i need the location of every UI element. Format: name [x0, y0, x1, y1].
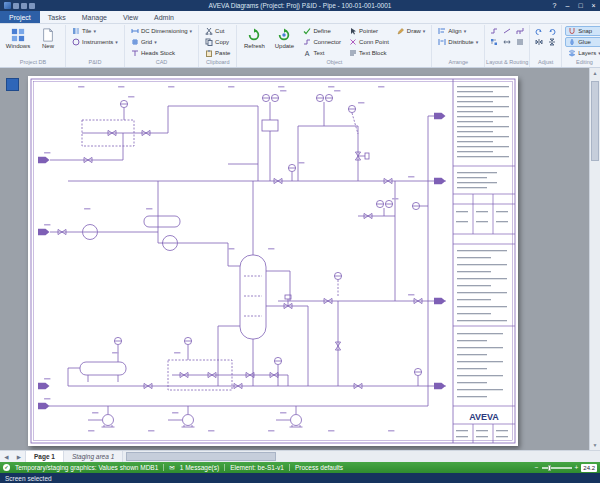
glue-drop-icon — [568, 38, 576, 46]
refresh-icon — [247, 28, 261, 42]
distribute-button[interactable]: Distribute ▾ — [435, 37, 481, 47]
zoom-slider[interactable] — [542, 467, 572, 469]
layers-button[interactable]: Layers ▾ — [565, 48, 600, 58]
app-icon[interactable] — [4, 2, 11, 9]
text-button[interactable]: A Text — [300, 48, 344, 58]
conn-point-icon — [349, 38, 357, 46]
pointer-label: Pointer — [359, 28, 378, 34]
page-tab-bar: ◀ ▶ Page 1 Staging area 1 — [0, 450, 600, 462]
refresh-button[interactable]: Refresh — [240, 26, 268, 49]
scroll-down-icon[interactable]: ▼ — [590, 440, 600, 450]
horizontal-scroll-thumb[interactable] — [126, 452, 276, 461]
minimize-button[interactable]: – — [561, 0, 574, 11]
next-page-icon[interactable]: ▶ — [17, 454, 21, 460]
text-block-icon — [349, 49, 357, 57]
group-label-cad: CAD — [125, 58, 198, 67]
drawing-sheet[interactable]: AVEVA — [28, 76, 518, 446]
new-page-icon — [41, 28, 55, 42]
new-button[interactable]: New — [34, 26, 62, 49]
redo-icon[interactable] — [29, 3, 35, 9]
rotate-left-button[interactable] — [533, 26, 545, 36]
align-label: Align — [448, 28, 461, 34]
tab-view[interactable]: View — [115, 11, 146, 23]
cut-button[interactable]: Cut — [202, 26, 233, 36]
heads-stock-button[interactable]: Heads Stock — [128, 48, 195, 58]
pencil-icon — [397, 27, 405, 35]
shapes-window-toggle[interactable] — [6, 78, 19, 91]
snap-toggle[interactable]: Snap — [565, 26, 600, 36]
copy-icon — [205, 38, 213, 46]
instruments-button[interactable]: Instruments ▾ — [69, 37, 121, 47]
zoom-slider-thumb[interactable] — [548, 465, 551, 471]
conn-point-button[interactable]: Conn Point — [346, 37, 392, 47]
dc-dimensioning-button[interactable]: DC Dimensioning ▾ — [128, 26, 195, 36]
ribbon-group-adjust: Adjust — [530, 25, 562, 67]
route-options-button[interactable] — [514, 37, 526, 47]
route-relayout-button[interactable] — [488, 37, 500, 47]
define-label: Define — [313, 28, 330, 34]
route-spacing-button[interactable] — [501, 37, 513, 47]
page-tab-staging[interactable]: Staging area 1 — [64, 451, 123, 462]
instruments-label: Instruments — [82, 39, 113, 45]
draw-button[interactable]: Draw ▾ — [394, 26, 429, 36]
copy-button[interactable]: Copy — [202, 37, 233, 47]
update-button[interactable]: Update — [270, 26, 298, 49]
maximize-button[interactable]: □ — [574, 0, 587, 11]
windows-button[interactable]: Windows — [4, 26, 32, 49]
update-label: Update — [275, 43, 294, 49]
update-icon — [277, 28, 291, 42]
align-button[interactable]: Align ▾ — [435, 26, 481, 36]
route-style-straight-button[interactable] — [501, 26, 513, 36]
pointer-button[interactable]: Pointer — [346, 26, 392, 36]
svg-text:A: A — [305, 50, 310, 57]
relayout-icon — [490, 38, 498, 46]
rotate-right-button[interactable] — [546, 26, 558, 36]
group-label-editing: Editing — [562, 58, 600, 67]
flip-vertical-button[interactable] — [546, 37, 558, 47]
route-style-tree-button[interactable] — [514, 26, 526, 36]
tile-button[interactable]: Tile ▾ — [69, 26, 121, 36]
paste-label: Paste — [215, 50, 230, 56]
connector-button[interactable]: Connector — [300, 37, 344, 47]
text-block-button[interactable]: Text Block — [346, 48, 392, 58]
previous-page-icon[interactable]: ◀ — [4, 454, 8, 460]
tab-tasks[interactable]: Tasks — [40, 11, 74, 23]
status-element: Element: be-S1-v1 — [230, 464, 284, 471]
vertical-scrollbar[interactable]: ▲ ▼ — [589, 68, 600, 450]
close-button[interactable]: × — [587, 0, 600, 11]
tab-manage[interactable]: Manage — [74, 11, 115, 23]
grid-icon — [131, 38, 139, 46]
grid-button[interactable]: Grid ▾ — [128, 37, 195, 47]
flip-horizontal-button[interactable] — [533, 37, 545, 47]
define-button[interactable]: Define — [300, 26, 344, 36]
tab-project[interactable]: Project — [0, 11, 40, 23]
group-label-object: Object — [237, 58, 431, 67]
vertical-scroll-thumb[interactable] — [591, 81, 599, 161]
tab-admin[interactable]: Admin — [146, 11, 182, 23]
pointer-icon — [349, 27, 357, 35]
page-tab-1[interactable]: Page 1 — [26, 451, 64, 462]
scroll-up-icon[interactable]: ▲ — [590, 68, 600, 78]
paste-button[interactable]: Paste — [202, 48, 233, 58]
dropdown-icon: ▾ — [476, 39, 479, 45]
rotate-left-icon — [535, 27, 543, 35]
group-label-project-db: Project DB — [1, 58, 65, 67]
route-style-right-angle-button[interactable] — [488, 26, 500, 36]
messages-count[interactable]: 1 Message(s) — [180, 464, 219, 471]
horizontal-scrollbar[interactable] — [123, 451, 600, 462]
ribbon-group-cad: DC Dimensioning ▾ Grid ▾ Heads Stock CAD — [125, 25, 199, 67]
dropdown-icon: ▾ — [93, 28, 96, 34]
help-button[interactable]: ? — [548, 0, 561, 11]
undo-icon[interactable] — [21, 3, 27, 9]
zoom-out-icon[interactable]: − — [535, 464, 539, 471]
ribbon-group-editing: Snap Glue Layers ▾ Editing — [562, 25, 600, 67]
grid-label: Grid — [141, 39, 152, 45]
glue-toggle[interactable]: Glue — [565, 37, 600, 47]
group-label-clipboard: Clipboard — [199, 58, 236, 67]
status-separator — [163, 464, 164, 471]
zoom-in-icon[interactable]: + — [575, 464, 579, 471]
dropdown-icon: ▾ — [464, 28, 467, 34]
save-icon[interactable] — [13, 3, 19, 9]
aveva-logo: AVEVA — [469, 412, 499, 422]
status-separator — [224, 464, 225, 471]
